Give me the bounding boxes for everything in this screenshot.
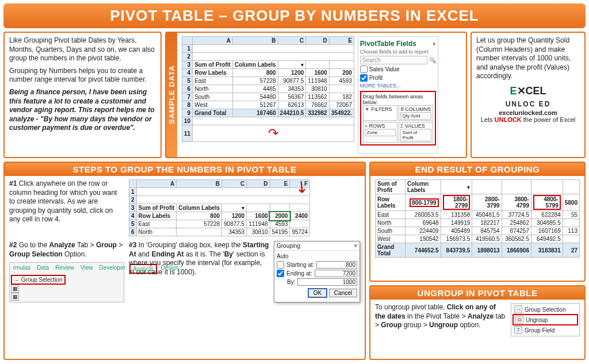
ribbon-mock: rmulas Data Review View Developer Analyz… [9, 262, 124, 302]
topright-text: Let us group the Quantity Sold (Column H… [476, 36, 580, 81]
ungroup-box: UNGROUP IN PIVOT TABLE To ungroup pivot … [369, 285, 586, 360]
search-icon[interactable]: 🔍 [429, 57, 436, 63]
intro-p3: Being a finance person, I have been usin… [9, 88, 156, 133]
group-selection-button[interactable]: → Group Selection [11, 275, 66, 285]
group-selection-icon: → [514, 305, 522, 313]
topright-box: Let us group the Quantity Sold (Column H… [471, 32, 586, 158]
sample-label: SAMPLE DATA [166, 33, 177, 157]
ungroup-text: To ungroup pivot table, Click on any of … [375, 303, 507, 330]
by-input[interactable]: 1000 [297, 278, 357, 286]
ungroup-title: UNGROUP IN PIVOT TABLE [370, 286, 584, 300]
step-2: #2 Go to the Analyze Tab > Group > Group… [9, 241, 124, 302]
pivottable-fields-pane: PivotTable Fields × Choose fields to add… [358, 36, 438, 154]
ending-at-check[interactable] [277, 270, 284, 277]
close-icon[interactable]: × [433, 41, 436, 47]
dialog-close-icon[interactable]: × [354, 243, 357, 249]
page-title: PIVOT TABLE – GROUP BY NUMBERS IN EXCEL [3, 3, 586, 28]
result-title: END RESULT OF GROUPING [370, 163, 584, 176]
ok-button[interactable]: OK [308, 288, 327, 298]
pf-check-sales[interactable] [360, 66, 368, 73]
cancel-button[interactable]: Cancel [329, 289, 357, 297]
ungroup-icon: ⧉ [515, 316, 523, 324]
starting-at-input[interactable]: 800 [316, 261, 357, 269]
dialog-title: Grouping [277, 243, 300, 249]
pf-check-profit[interactable] [360, 74, 368, 82]
intro-p1: Like Grouping Pivot table Dates by Years… [9, 36, 156, 63]
step-1: #1 Click anywhere on the row or column h… [9, 179, 124, 236]
ending-at-input[interactable]: 7200 [315, 270, 357, 277]
sample-data-box: SAMPLE DATA ABCDE 1 2 3Sum of ProfitColu… [165, 32, 467, 158]
brand-block: E✕CEL UNLOC ED excelunlocked.com Lets UN… [476, 85, 580, 123]
intro-box: Like Grouping Pivot table Dates by Years… [3, 32, 162, 158]
pf-search-input[interactable]: Search [360, 56, 427, 64]
pf-more-tables[interactable]: MORE TABLES... [360, 83, 436, 89]
menu-group-selection[interactable]: →Group Selection [512, 305, 578, 314]
intro-p2: Grouping by Numbers helps you to create … [9, 67, 156, 85]
menu-group-field[interactable]: 7Group Field [512, 325, 578, 335]
pf-title: PivotTable Fields [360, 40, 416, 48]
step-3: #3 In 'Grouping' dialog box, keep the St… [129, 241, 360, 302]
grouping-dialog: Grouping × Auto Starting at:800 Ending a… [274, 241, 360, 302]
result-box: END RESULT OF GROUPING Sum of ProfitColu… [369, 162, 586, 282]
steps-title: STEPS TO GROUP THE NUMBERS IN PIVOT TABL… [5, 163, 365, 176]
sample-spreadsheet: ABCDE 1 2 3Sum of ProfitColumn Labels▾ 4… [182, 36, 354, 154]
pf-drag-area: Drag fields between areas below: ▼ FILTE… [360, 91, 436, 145]
group-menu: →Group Selection ⧉Ungroup 7Group Field [511, 303, 580, 336]
step-1-sheet: ↘ ABCDEF 1 2 3Sum of ProfitColumn Labels… [129, 179, 360, 236]
curve-arrow-icon: ↷ [268, 126, 278, 140]
brand-site: excelunlocked.com [476, 109, 580, 116]
steps-box: STEPS TO GROUP THE NUMBERS IN PIVOT TABL… [3, 162, 366, 360]
pf-choose-label: Choose fields to add to report: [360, 49, 436, 55]
group-field-icon: 7 [514, 326, 522, 334]
starting-at-check[interactable] [277, 261, 284, 269]
menu-ungroup[interactable]: ⧉Ungroup [512, 314, 578, 325]
result-table: Sum of ProfitColumn Labels▾ Row Labels 8… [375, 179, 580, 258]
